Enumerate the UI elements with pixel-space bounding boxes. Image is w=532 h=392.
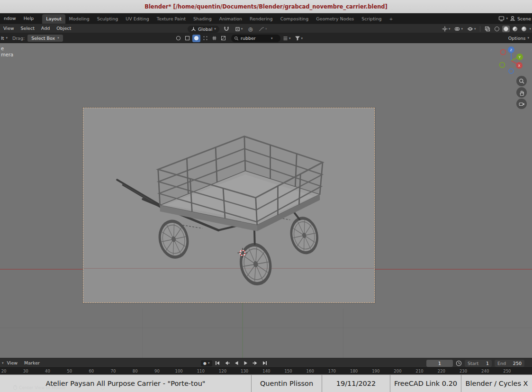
- record-icon: ●: [203, 361, 207, 365]
- start-frame-field[interactable]: Start 1: [465, 360, 492, 367]
- navigation-gizmo[interactable]: Z Y X: [493, 43, 526, 76]
- workspace-tab[interactable]: UV Editing: [122, 14, 153, 24]
- camera-view-button[interactable]: [516, 99, 527, 109]
- zoom-button[interactable]: [516, 76, 527, 86]
- previous-keyframe-button[interactable]: [223, 359, 231, 367]
- play-reverse-button[interactable]: [233, 359, 241, 367]
- display-icon: [498, 16, 505, 22]
- toggle-active-sphere-button[interactable]: [192, 35, 200, 42]
- toggle-sphere-button[interactable]: [174, 35, 182, 42]
- toggle-lattice-button[interactable]: [201, 35, 209, 42]
- transform-orientation-dropdown[interactable]: Global ▾: [188, 26, 219, 33]
- material-ball-icon: [513, 27, 517, 31]
- ruler-frame-number: 210: [409, 368, 431, 374]
- options-dropdown[interactable]: Options ▾: [508, 36, 529, 41]
- workspace-tab[interactable]: Rendering: [246, 14, 277, 24]
- toggle-cube-button[interactable]: [183, 35, 191, 42]
- proportional-falloff-dropdown[interactable]: ▾: [257, 26, 269, 33]
- gizmo-icon: [442, 26, 448, 32]
- ruler-frame-number: 100: [168, 368, 190, 374]
- workspace-tab[interactable]: Geometry Nodes: [312, 14, 358, 24]
- tool-settings-center: ▾ ▾ ▾: [174, 33, 304, 43]
- ruler-frame-number: 60: [81, 368, 102, 374]
- toggle-grid-button[interactable]: [210, 35, 218, 42]
- ruler-frame-number: 120: [212, 368, 234, 374]
- play-icon: [243, 360, 249, 366]
- display-mode-dropdown[interactable]: ▾: [281, 35, 292, 42]
- search-field[interactable]: ▾: [231, 35, 280, 42]
- filter-dropdown[interactable]: ▾: [293, 35, 305, 42]
- scene-selector[interactable]: ▾ Scene: [498, 13, 532, 24]
- timeline-menu-item[interactable]: Marker: [21, 358, 43, 368]
- next-keyframe-button[interactable]: [252, 359, 260, 367]
- toggle-grid2-button[interactable]: [219, 35, 227, 42]
- ruler-frame-number: 200: [387, 368, 408, 374]
- clock-icon[interactable]: [456, 360, 462, 366]
- lattice-icon: [203, 36, 208, 41]
- pan-button[interactable]: [516, 87, 527, 98]
- xray-icon: [485, 26, 490, 32]
- snap-toggle-button[interactable]: [222, 25, 231, 33]
- workspace-tab[interactable]: Sculpting: [93, 14, 122, 24]
- viewport-3d[interactable]: e mera: [0, 43, 532, 358]
- proportional-editing-toggle[interactable]: ◎: [247, 25, 254, 33]
- play-button[interactable]: [242, 359, 250, 367]
- current-frame-value: 1: [438, 361, 441, 366]
- workspace-tab[interactable]: Animation: [216, 14, 246, 24]
- funnel-icon: [295, 36, 300, 41]
- camera-frame[interactable]: [83, 108, 375, 303]
- workspace-tab[interactable]: Layout: [42, 14, 65, 24]
- separator: [480, 26, 480, 32]
- shading-wireframe-button[interactable]: [493, 26, 501, 32]
- ruler-frame-numbers: 2030405060708090100110120130140150160170…: [0, 368, 518, 374]
- title-block-author: Quentin Plisson: [252, 375, 322, 392]
- topbar: ndowHelp LayoutModelingSculptingUV Editi…: [0, 13, 532, 24]
- magnet-icon: [224, 26, 229, 32]
- playback-controls: ● ▾: [201, 358, 269, 368]
- timeline-ruler[interactable]: 2030405060708090100110120130140150160170…: [0, 367, 532, 374]
- jump-to-end-button[interactable]: [261, 359, 269, 367]
- select-mode-dropdown[interactable]: Select Box ▾: [27, 35, 63, 42]
- current-frame-field[interactable]: 1: [426, 360, 453, 367]
- xray-toggle[interactable]: [483, 25, 492, 33]
- workspace-tab[interactable]: +: [386, 14, 397, 24]
- ruler-frame-number: 230: [452, 368, 474, 374]
- topbar-menu-item[interactable]: ndow: [0, 13, 20, 24]
- viewport-header: ViewSelectAddObject Global ▾ ▾ ◎ ▾: [0, 24, 532, 33]
- axis-neg-z: [509, 69, 514, 73]
- viewport-menu-item[interactable]: View: [0, 24, 18, 33]
- workspace-tab[interactable]: Compositing: [277, 14, 313, 24]
- topbar-menu-item[interactable]: Help: [20, 13, 38, 24]
- end-value: 250: [513, 361, 522, 366]
- overlays-icon: [454, 26, 460, 32]
- workspace-tabs: LayoutModelingSculptingUV EditingTexture…: [42, 13, 397, 24]
- viewport-menu-item[interactable]: Object: [53, 24, 74, 33]
- chevron-down-icon: ▾: [265, 27, 267, 31]
- chevron-down-icon: ▾: [506, 17, 508, 20]
- search-input[interactable]: [241, 36, 269, 41]
- wheel-front: [238, 242, 273, 286]
- workspace-tab[interactable]: Scripting: [358, 14, 385, 24]
- shading-solid-button[interactable]: [502, 26, 510, 32]
- viewport-menu-item[interactable]: Add: [38, 24, 53, 33]
- workspace-tab[interactable]: Texture Paint: [153, 14, 189, 24]
- chevron-down-icon: ▾: [57, 36, 59, 40]
- snap-settings-dropdown[interactable]: ▾: [234, 26, 244, 33]
- timeline-menu-item[interactable]: View: [4, 358, 21, 368]
- material-preview-dropdown[interactable]: ▾: [466, 25, 478, 33]
- shading-rendered-button[interactable]: [520, 26, 528, 32]
- workspace-tab[interactable]: Shading: [189, 14, 216, 24]
- auto-keying-button[interactable]: ● ▾: [201, 360, 212, 366]
- workspace-tab[interactable]: Modeling: [65, 14, 93, 24]
- end-frame-field[interactable]: End 250: [495, 360, 524, 367]
- viewport-menu-item[interactable]: Select: [18, 24, 38, 33]
- overlays-dropdown[interactable]: ▾: [453, 25, 464, 33]
- jump-to-start-button[interactable]: [214, 359, 222, 367]
- tool-name-fragment[interactable]: lt: [1, 36, 4, 41]
- hand-icon: [518, 89, 525, 96]
- search-icon: [234, 36, 239, 41]
- chevron-down-icon: ▾: [461, 27, 463, 31]
- shading-material-button[interactable]: [511, 26, 519, 32]
- axis-neg-x: [501, 50, 506, 55]
- gizmos-dropdown[interactable]: ▾: [441, 25, 452, 33]
